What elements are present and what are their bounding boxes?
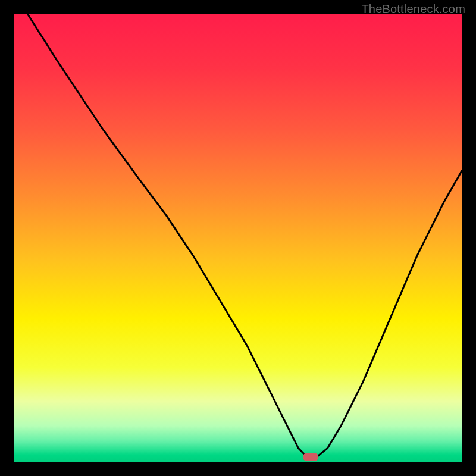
chart-frame: TheBottleneck.com — [0, 0, 476, 476]
optimal-point-marker — [303, 453, 318, 461]
bottleneck-curve — [28, 14, 462, 458]
attribution-text: TheBottleneck.com — [361, 2, 465, 16]
curve-layer — [14, 14, 462, 462]
plot-area — [14, 14, 462, 462]
